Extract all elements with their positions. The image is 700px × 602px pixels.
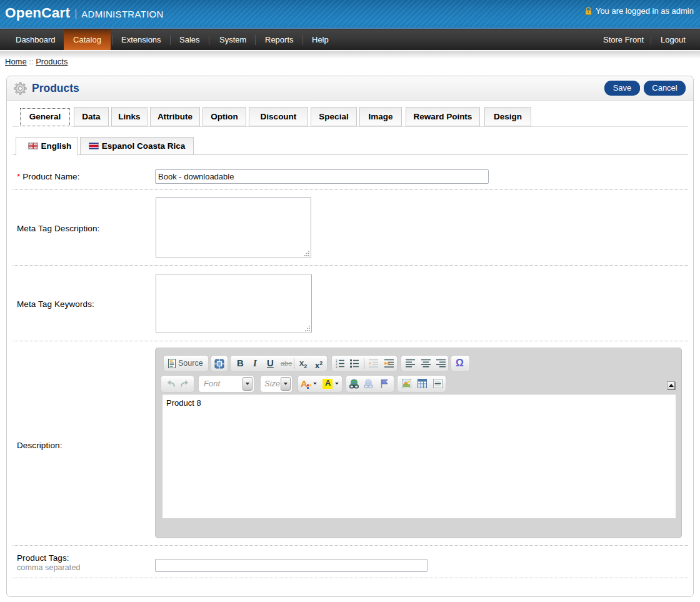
svg-text:3: 3: [336, 366, 338, 368]
